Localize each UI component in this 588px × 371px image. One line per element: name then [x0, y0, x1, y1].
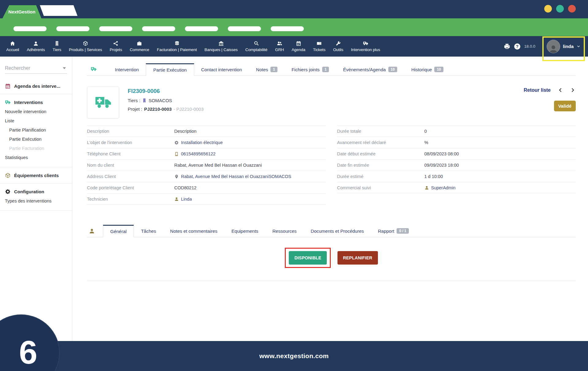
- subtab-general[interactable]: Général: [103, 225, 134, 237]
- nav-item-intervention-plus[interactable]: Intervention plus: [347, 41, 384, 52]
- tab-partie-execution[interactable]: Partie Exécution: [146, 63, 194, 76]
- chevron-left-icon[interactable]: [557, 87, 563, 93]
- tab-label: Notes: [256, 67, 268, 72]
- replanifier-button[interactable]: REPLANIFIER: [337, 251, 378, 265]
- sidebar-item-agenda-des-interventions[interactable]: Agenda des interve...: [5, 83, 67, 89]
- nav-item-commerce[interactable]: Commerce: [126, 41, 153, 52]
- blank-browser-tab[interactable]: [40, 5, 77, 16]
- tab-label: Intervention: [115, 67, 139, 72]
- back-to-list-link[interactable]: Retour liste: [524, 87, 551, 93]
- brand-tab[interactable]: NextGestion: [2, 5, 41, 18]
- tab-intervention[interactable]: Intervention: [108, 63, 146, 76]
- field-label: Durée totale: [337, 129, 424, 134]
- nav-item-accueil[interactable]: Accueil: [2, 41, 23, 52]
- nav-item-tiers[interactable]: Tiers: [49, 41, 65, 52]
- subtab-taches[interactable]: Tâches: [134, 225, 163, 237]
- subtab-ressources[interactable]: Ressources: [265, 225, 303, 237]
- nav-item-projets[interactable]: Projets: [106, 41, 126, 52]
- redacted-menu-pill[interactable]: [228, 26, 261, 31]
- sidebar-item-equipements-clients[interactable]: Équipements clients: [5, 173, 67, 178]
- tab-fichiers-joints[interactable]: Fichiers joints 1: [285, 63, 336, 76]
- projet-secondary: - PJ2210-0003: [174, 106, 204, 112]
- field-value: SuperAdmin: [424, 185, 456, 190]
- sidebar-item-liste[interactable]: Liste: [5, 116, 67, 125]
- tab-notes[interactable]: Notes 1: [249, 63, 285, 76]
- sidebar-item-statistiques[interactable]: Statistiques: [5, 153, 67, 162]
- tab-label: Ressources: [272, 228, 296, 234]
- subtab-notes-et-commentaires[interactable]: Notes et commentaires: [163, 225, 224, 237]
- window-control-red-icon[interactable]: [568, 5, 576, 13]
- projet-value[interactable]: PJ2210-0003: [144, 106, 172, 112]
- sidebar-item-nouvelle-intervention[interactable]: Nouvelle intervention: [5, 107, 67, 116]
- redacted-menu-pill[interactable]: [271, 26, 304, 31]
- tab-evenements-agenda[interactable]: Événements/Agenda 10: [336, 63, 404, 76]
- action-buttons: DISPONIBLE REPLANIFIER: [87, 248, 576, 268]
- nav-item-label: Accueil: [6, 47, 19, 52]
- redacted-menu-pill[interactable]: [99, 26, 132, 31]
- table-row: Date fin estimée 09/09/2023 18:00: [337, 159, 576, 171]
- footer-url: www.nextgestion.com: [259, 352, 329, 360]
- table-row: Nom du client Rabat, Avenue Med Bel Hass…: [87, 159, 326, 171]
- user-icon: [174, 197, 179, 201]
- cube-icon: [83, 41, 88, 46]
- subtab-documents-et-procedures[interactable]: Documents et Procédures: [304, 225, 371, 237]
- avatar[interactable]: [547, 40, 560, 53]
- redacted-menu-pill[interactable]: [142, 26, 175, 31]
- building-icon: [54, 41, 60, 46]
- table-row: Avancement réel déclaré %: [337, 137, 576, 148]
- sidebar-item-label: Configuration: [14, 189, 44, 194]
- nav-item-comptabilite[interactable]: Comptabilité: [242, 41, 271, 52]
- sidebar-item-label: Équipements clients: [14, 173, 59, 178]
- status-badge: Validé: [554, 101, 576, 111]
- field-label: Technicien: [87, 197, 174, 202]
- nav-item-grh[interactable]: GRH: [271, 41, 288, 52]
- disponible-button[interactable]: DISPONIBLE: [289, 251, 327, 265]
- field-value: COD80212: [174, 185, 197, 190]
- field-label: Description: [87, 129, 174, 134]
- field-value-text: SuperAdmin: [431, 185, 456, 190]
- tab-contact-intervention[interactable]: Contact intervention: [194, 63, 249, 76]
- record-reference: FI2309-0006: [128, 88, 204, 95]
- sidebar-item-partie-facturation[interactable]: Partie Facturation: [5, 144, 67, 153]
- app-version: 18.0.0: [524, 44, 535, 49]
- sidebar-item-partie-planification[interactable]: Partie Planification: [5, 125, 67, 135]
- window-control-yellow-icon[interactable]: [544, 5, 552, 13]
- sidebar-section-configuration: Configuration Types des interventions: [0, 184, 72, 211]
- record-info: FI2309-0006 Tiers : SOMACOS Projet : PJ2…: [128, 86, 204, 118]
- tab-historique[interactable]: Historique 10: [404, 63, 450, 76]
- truck-icon: [363, 41, 368, 46]
- field-label: Address Client: [87, 174, 174, 179]
- nav-item-produits-services[interactable]: Produits | Services: [65, 41, 106, 52]
- redacted-menu-pill[interactable]: [185, 26, 218, 31]
- tab-label: Documents et Procédures: [311, 228, 364, 234]
- nav-item-adherents[interactable]: Adhérents: [23, 41, 49, 52]
- sidebar-item-partie-execution[interactable]: Partie Exécution: [5, 135, 67, 144]
- table-row: Description Description: [87, 125, 326, 137]
- subtab-rapport[interactable]: Rapport 0 / 1: [371, 225, 416, 237]
- table-row: Durée totale 0: [337, 125, 576, 137]
- field-value: 0: [424, 129, 427, 134]
- tab-count-badge: 1: [322, 67, 329, 72]
- search-input[interactable]: Rechercher: [5, 63, 67, 74]
- sidebar-item-configuration[interactable]: Configuration: [5, 189, 67, 195]
- user-menu[interactable]: linda: [544, 40, 584, 53]
- window-control-teal-icon[interactable]: [556, 5, 564, 13]
- print-icon[interactable]: [504, 43, 510, 50]
- nav-item-tickets[interactable]: Tickets: [309, 41, 330, 52]
- briefcase-icon: [137, 41, 142, 46]
- table-row: Technicien Linda: [87, 193, 326, 205]
- chevron-right-icon[interactable]: [570, 87, 576, 93]
- redacted-menu-pill[interactable]: [56, 26, 89, 31]
- help-icon[interactable]: ?: [514, 43, 520, 50]
- nav-item-agenda[interactable]: Agenda: [288, 41, 309, 52]
- nav-item-banques-caisses[interactable]: Banques | Caisses: [201, 41, 241, 52]
- redacted-menu-pill[interactable]: [13, 26, 47, 31]
- sidebar-item-interventions[interactable]: Interventions: [5, 99, 67, 105]
- tiers-value[interactable]: SOMACOS: [149, 98, 172, 103]
- sidebar-item-types-des-interventions[interactable]: Types des interventions: [5, 196, 67, 206]
- disponible-highlight-annotation: DISPONIBLE: [285, 248, 331, 268]
- nav-item-outils[interactable]: Outils: [329, 41, 347, 52]
- user-icon: [424, 185, 429, 190]
- subtab-equipements[interactable]: Equipements: [224, 225, 266, 237]
- nav-item-facturation-paiement[interactable]: Facturation | Paiement: [153, 41, 201, 52]
